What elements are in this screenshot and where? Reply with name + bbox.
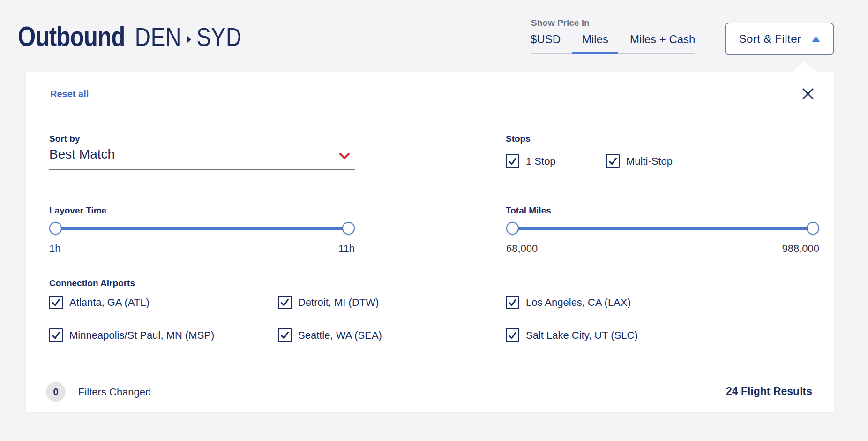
checkbox-checked-icon[interactable] bbox=[506, 296, 519, 309]
layover-max-value: 11h bbox=[338, 243, 355, 255]
checkbox-label: 1 Stop bbox=[526, 155, 556, 167]
total-miles-range-labels: 68,000 988,000 bbox=[506, 243, 819, 255]
checkbox-checked-icon[interactable] bbox=[49, 296, 63, 309]
route-arrow-icon bbox=[187, 36, 191, 43]
checkbox-label: Multi-Stop bbox=[626, 155, 673, 167]
sort-filter-panel: Reset all Sort by Best Match Stops 1 Sto… bbox=[26, 72, 834, 412]
panel-caret bbox=[792, 62, 817, 72]
reset-all-link[interactable]: Reset all bbox=[50, 89, 89, 99]
show-price-in-label: Show Price In bbox=[531, 18, 590, 28]
checkbox-label: Los Angeles, CA (LAX) bbox=[526, 297, 631, 309]
airport-checkbox-atl[interactable]: Atlanta, GA (ATL) bbox=[49, 296, 150, 309]
airport-checkbox-slc[interactable]: Salt Lake City, UT (SLC) bbox=[506, 328, 638, 342]
checkbox-checked-icon[interactable] bbox=[506, 328, 519, 342]
slider-handle-max[interactable] bbox=[342, 222, 355, 235]
sort-filter-button[interactable]: Sort & Filter bbox=[725, 23, 834, 55]
layover-min-value: 1h bbox=[49, 243, 60, 255]
filters-changed-label: Filters Changed bbox=[78, 386, 151, 398]
checkbox-checked-icon[interactable] bbox=[49, 328, 63, 342]
sort-by-label: Sort by bbox=[49, 134, 80, 144]
sort-filter-button-label: Sort & Filter bbox=[739, 32, 801, 46]
checkbox-label: Minneapolis/St Paul, MN (MSP) bbox=[69, 329, 214, 342]
layover-range-labels: 1h 11h bbox=[49, 243, 355, 255]
checkbox-label: Detroit, MI (DTW) bbox=[298, 297, 379, 309]
tab-miles-cash[interactable]: Miles + Cash bbox=[630, 33, 695, 54]
panel-footer-divider bbox=[26, 371, 834, 371]
slider-track[interactable] bbox=[507, 227, 818, 230]
flight-results-count: 24 Flight Results bbox=[726, 385, 812, 398]
sort-by-underline bbox=[49, 169, 355, 170]
slider-handle-min[interactable] bbox=[49, 222, 62, 235]
sort-by-dropdown[interactable]: Best Match bbox=[49, 147, 115, 162]
flight-search-screen: Outbound DEN SYD Show Price In $USD Mile… bbox=[0, 0, 868, 441]
connection-airports-label: Connection Airports bbox=[49, 278, 135, 289]
filters-changed-badge: 0 bbox=[46, 382, 66, 402]
chevron-down-icon[interactable] bbox=[339, 152, 350, 162]
slider-handle-max[interactable] bbox=[807, 222, 819, 235]
airport-checkbox-sea[interactable]: Seattle, WA (SEA) bbox=[278, 328, 382, 342]
close-panel-button[interactable] bbox=[800, 86, 816, 102]
close-icon bbox=[801, 87, 815, 100]
total-miles-max-value: 988,000 bbox=[782, 243, 819, 255]
checkbox-checked-icon[interactable] bbox=[606, 154, 620, 168]
checkbox-label: Atlanta, GA (ATL) bbox=[69, 297, 150, 309]
checkbox-label: Salt Lake City, UT (SLC) bbox=[526, 329, 638, 342]
checkbox-label: Seattle, WA (SEA) bbox=[298, 329, 382, 342]
route-origin: DEN bbox=[135, 22, 181, 52]
checkbox-checked-icon[interactable] bbox=[278, 296, 292, 309]
outbound-title: Outbound bbox=[18, 22, 125, 52]
total-miles-min-value: 68,000 bbox=[506, 243, 538, 255]
tab-usd[interactable]: $USD bbox=[531, 33, 561, 54]
stops-label: Stops bbox=[506, 134, 531, 144]
airport-checkbox-msp[interactable]: Minneapolis/St Paul, MN (MSP) bbox=[49, 328, 214, 342]
stops-checkbox-1-stop[interactable]: 1 Stop bbox=[506, 154, 556, 168]
stops-checkbox-multi-stop[interactable]: Multi-Stop bbox=[606, 154, 673, 168]
panel-header-divider bbox=[26, 115, 834, 115]
total-miles-label: Total Miles bbox=[506, 205, 551, 216]
slider-track[interactable] bbox=[50, 227, 354, 230]
layover-time-label: Layover Time bbox=[49, 205, 106, 216]
checkbox-checked-icon[interactable] bbox=[506, 154, 519, 168]
airport-checkbox-dtw[interactable]: Detroit, MI (DTW) bbox=[278, 296, 379, 309]
triangle-up-icon bbox=[812, 36, 820, 42]
slider-handle-min[interactable] bbox=[506, 222, 519, 235]
tab-miles[interactable]: Miles bbox=[582, 33, 608, 54]
total-miles-slider[interactable] bbox=[506, 222, 819, 235]
checkbox-checked-icon[interactable] bbox=[278, 328, 292, 342]
price-tabs: $USD Miles Miles + Cash bbox=[531, 33, 695, 54]
airport-checkbox-lax[interactable]: Los Angeles, CA (LAX) bbox=[506, 296, 631, 309]
page-title: Outbound DEN SYD bbox=[18, 22, 242, 52]
route-destination: SYD bbox=[196, 22, 242, 52]
layover-time-slider[interactable] bbox=[49, 222, 355, 235]
